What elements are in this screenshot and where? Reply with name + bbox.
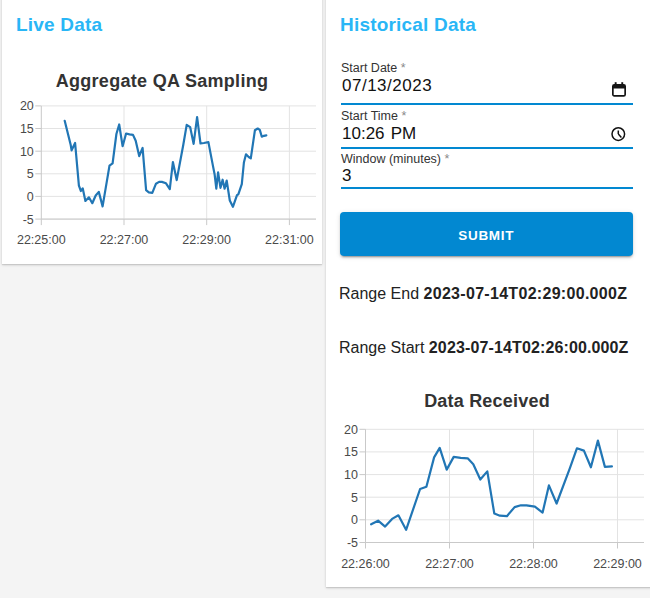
svg-text:22:28:00: 22:28:00 [509,557,558,571]
svg-text:-5: -5 [23,213,34,227]
svg-text:0: 0 [27,190,34,204]
svg-text:15: 15 [344,445,358,459]
svg-text:10: 10 [20,145,34,159]
svg-text:22:31:00: 22:31:00 [265,233,314,247]
svg-text:22:27:00: 22:27:00 [425,557,474,571]
svg-text:5: 5 [351,491,358,505]
svg-text:20: 20 [344,423,358,437]
svg-text:5: 5 [27,167,34,181]
svg-text:22:27:00: 22:27:00 [100,233,149,247]
svg-text:-5: -5 [347,536,358,550]
svg-text:22:25:00: 22:25:00 [17,233,66,247]
svg-text:22:26:00: 22:26:00 [341,557,390,571]
svg-text:0: 0 [351,513,358,527]
svg-text:22:29:00: 22:29:00 [593,557,642,571]
svg-text:20: 20 [20,99,34,113]
svg-text:10: 10 [344,468,358,482]
svg-text:22:29:00: 22:29:00 [182,233,231,247]
svg-text:15: 15 [20,122,34,136]
